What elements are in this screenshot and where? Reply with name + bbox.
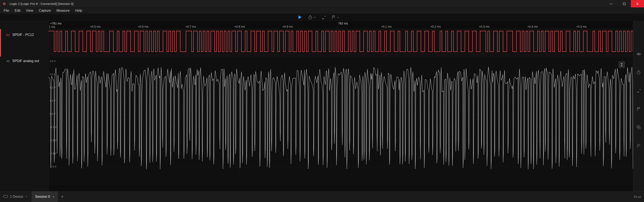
analog-channel-row[interactable]: A0 SPDIF analog out <box>0 59 48 63</box>
time-tick-mark <box>190 28 191 29</box>
analog-waveform-canvas[interactable] <box>48 57 633 186</box>
bottom-bar: 1 Device Session 0 × + 53 µs <box>0 191 644 202</box>
markers-panel-button[interactable] <box>636 106 642 112</box>
logic2-app-window: Logic 2 [Logic Pro 8 - Connected] [Sessi… <box>0 0 644 202</box>
analyzers-panel-button[interactable] <box>636 124 642 130</box>
digital-channel-row[interactable]: D2 SPDIF - PC12 <box>0 33 48 37</box>
add-measurement-button[interactable] <box>321 15 326 20</box>
chevron-down-icon <box>25 195 28 198</box>
time-tick-mark <box>288 28 288 29</box>
minimize-button[interactable] <box>604 0 618 8</box>
close-button[interactable] <box>631 0 644 8</box>
right-rail <box>633 21 644 191</box>
measurements-panel-button[interactable] <box>636 88 642 93</box>
session-tab[interactable]: Session 0 × <box>32 191 58 202</box>
timeline-left-anchor: +761 ms <box>50 22 62 25</box>
menu-measure[interactable]: Measure <box>54 8 72 14</box>
app-logo-icon <box>2 2 6 6</box>
visibility-panel-button[interactable] <box>636 51 642 57</box>
add-marker-button[interactable] <box>331 15 340 20</box>
title-bar: Logic 2 [Logic Pro 8 - Connected] [Sessi… <box>0 0 644 8</box>
notes-panel-button[interactable] <box>636 143 642 148</box>
menu-view[interactable]: View <box>23 8 36 14</box>
device-selector[interactable]: 1 Device <box>0 191 32 202</box>
window-title: Logic 2 [Logic Pro 8 - Connected] [Sessi… <box>10 2 74 6</box>
window-controls <box>604 0 644 8</box>
toolbar <box>0 14 644 21</box>
time-tick-mark <box>484 28 484 29</box>
analog-channel-id: A0 <box>6 60 12 63</box>
time-tick-mark <box>532 28 533 29</box>
menu-capture[interactable]: Capture <box>36 8 54 14</box>
menu-file[interactable]: File <box>1 8 12 14</box>
device-icon <box>3 195 8 199</box>
timeline-left-anchor-sub: 1 ms <box>49 25 55 29</box>
digital-channel-id: D2 <box>6 34 12 37</box>
digital-channel-label: SPDIF - PC12 <box>12 33 34 37</box>
timeline-center-anchor-mark <box>337 27 337 29</box>
menu-help[interactable]: Help <box>72 8 85 14</box>
toolbar-group <box>297 14 340 21</box>
timeline-ruler[interactable]: +761 ms 1 ms +0.5 ms+0.6 ms+0.7 ms+0.8 m… <box>48 21 633 29</box>
session-tab-label: Session 0 <box>35 195 50 198</box>
menu-bar: FileEditViewCaptureMeasureHelp <box>0 8 644 14</box>
device-label: 1 Device <box>10 195 23 198</box>
menu-edit[interactable]: Edit <box>12 8 23 14</box>
time-tick-mark <box>386 28 386 29</box>
digital-waveform-canvas[interactable] <box>48 29 633 57</box>
measure-cursor-button[interactable] <box>618 61 625 68</box>
channel-sidebar: D2 SPDIF - PC12 A0 SPDIF analog out <box>0 21 48 191</box>
capture-area: D2 SPDIF - PC12 A0 SPDIF analog out +761… <box>0 21 644 191</box>
time-scale-readout: 53 µs <box>634 191 644 202</box>
analog-channel-label: SPDIF analog out <box>12 59 39 63</box>
add-session-button[interactable]: + <box>58 191 67 202</box>
maximize-button[interactable] <box>618 0 631 8</box>
time-tick-mark <box>436 28 436 29</box>
time-tick-mark <box>95 28 96 29</box>
timeline-center-anchor: 762 ms <box>338 22 348 25</box>
session-tab-close-icon[interactable]: × <box>53 195 54 198</box>
play-button[interactable] <box>297 14 303 20</box>
capture-timer-button[interactable] <box>308 15 316 20</box>
timing-panel-button[interactable] <box>636 70 642 75</box>
time-tick-mark <box>143 28 143 29</box>
